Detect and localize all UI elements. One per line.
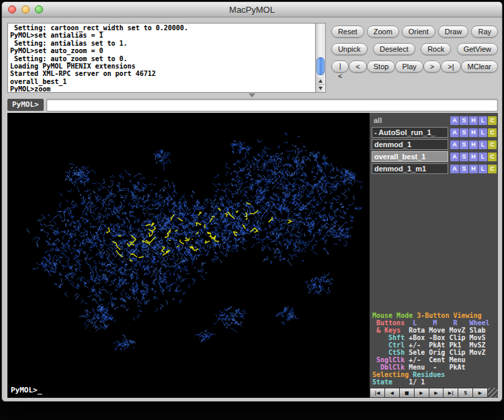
object-row: overall_best_1ASHLC [370, 151, 498, 163]
color-menu-button[interactable]: C [488, 140, 497, 149]
viewport-3d[interactable]: PyMOL>_ [7, 113, 370, 398]
object-name[interactable]: - AutoSol_run_1_ [372, 127, 448, 138]
movie-back-button[interactable]: ◀ [385, 388, 400, 398]
toolbar-button-go-to-end[interactable]: >| [441, 60, 460, 73]
electron-density-mesh [7, 113, 370, 398]
toolbar-button-stop[interactable]: Stop [367, 60, 396, 73]
show-menu-button[interactable]: S [460, 153, 468, 161]
console-scrollbar[interactable] [316, 23, 325, 93]
show-menu-button[interactable]: S [460, 116, 468, 125]
command-input[interactable] [46, 99, 498, 112]
object-name[interactable]: denmod_1_m1 [372, 163, 448, 174]
action-menu-button[interactable]: A [450, 116, 459, 125]
console-line: Setting: cartoon_rect_width set to 0.200… [10, 24, 315, 32]
movie-scene-button[interactable]: S [458, 388, 473, 398]
toolbar-button-reset[interactable]: Reset [331, 26, 364, 38]
window-title: MacPyMOL [2, 5, 502, 15]
show-menu-button[interactable]: S [460, 165, 468, 173]
movie-play-button[interactable]: ▶ [415, 388, 429, 398]
mouse-panel-text: +/- Cent Menu [409, 356, 465, 364]
mouse-panel-text: & Keys [372, 327, 409, 334]
toolbar-button-step-back[interactable]: < [349, 60, 366, 73]
action-menu-button[interactable]: A [450, 153, 459, 161]
toolbar-button-mclear[interactable]: MClear [461, 60, 498, 73]
show-menu-button[interactable]: S [460, 128, 468, 137]
mouse-panel-text: 3-Button Viewing [417, 312, 481, 319]
movie-end-button[interactable]: ▶| [444, 388, 458, 398]
action-menu-button[interactable]: A [450, 140, 459, 149]
mouse-panel-text: Sele Orig Clip MovZ [409, 349, 485, 356]
toolbar-row-2: UnpickDeselectRockGetView [331, 43, 498, 55]
mouse-panel-line[interactable]: State 1/ 1 [372, 378, 498, 386]
command-prompt-label: PyMOL> [7, 99, 44, 111]
label-menu-button[interactable]: L [478, 116, 487, 125]
movie-next-button[interactable]: ▶ [473, 388, 488, 398]
toolbar-button-unpick[interactable]: Unpick [331, 43, 368, 55]
object-name[interactable]: all [372, 116, 448, 125]
mouse-panel-text: Buttons [372, 319, 409, 327]
object-name[interactable]: denmod_1 [372, 139, 448, 150]
color-menu-button[interactable]: C [488, 165, 497, 173]
toolbar-button-step-forward[interactable]: > [423, 60, 441, 73]
toolbar-button-draw[interactable]: Draw [438, 26, 469, 38]
mouse-panel-text: Mouse Mode [372, 312, 417, 319]
movie-start-button[interactable]: |◀ [370, 388, 385, 398]
label-menu-button[interactable]: L [478, 140, 487, 149]
window-resize-grip[interactable] [488, 388, 498, 398]
hide-menu-button[interactable]: H [469, 153, 478, 161]
mouse-panel-line: Ctrl +/- PkAt Pk1 MvSZ [372, 341, 498, 349]
density-mesh-lines [36, 142, 362, 349]
action-menu-button[interactable]: A [450, 128, 459, 137]
toolbar-button-deselect[interactable]: Deselect [373, 43, 415, 55]
movie-forward-button[interactable]: ▶ [429, 388, 444, 398]
upper-pane: Setting: cartoon_rect_width set to 0.200… [2, 17, 502, 93]
toolbar-button-zoom[interactable]: Zoom [367, 26, 399, 38]
toolbar-button-go-to-start[interactable]: |< [331, 60, 349, 73]
object-row: - AutoSol_run_1_ASHLC [370, 126, 498, 138]
mouse-panel-text: Ctrl [372, 341, 409, 349]
mouse-panel-text: DblClk [372, 364, 409, 371]
toolbar-button-rock[interactable]: Rock [421, 43, 451, 55]
mouse-panel-text: Residues [413, 371, 445, 378]
up-arrow-icon [319, 79, 323, 83]
label-menu-button[interactable]: L [478, 128, 487, 137]
movie-stop-button[interactable]: ■ [400, 388, 415, 398]
console-output[interactable]: Setting: cartoon_rect_width set to 0.200… [7, 23, 316, 93]
mouse-panel-line[interactable]: Selecting Residues [372, 371, 498, 378]
toolbar-row-1: ResetZoomOrientDrawRay [331, 26, 498, 38]
pane-splitter-handle[interactable] [249, 93, 255, 97]
toolbar-button-ray[interactable]: Ray [471, 26, 498, 38]
title-bar[interactable]: MacPyMOL [2, 2, 502, 17]
object-name[interactable]: overall_best_1 [372, 151, 448, 162]
color-menu-button[interactable]: C [488, 128, 497, 137]
mouse-panel-text: L M R Wheel [409, 319, 489, 327]
mouse-panel-text: State [372, 378, 396, 386]
mouse-panel-line: CtSh Sele Orig Clip MovZ [372, 349, 498, 356]
scrollbar-thumb[interactable] [317, 57, 324, 75]
show-menu-button[interactable]: S [460, 140, 468, 149]
hide-menu-button[interactable]: H [469, 116, 478, 125]
mouse-panel-line[interactable]: Mouse Mode 3-Button Viewing [372, 312, 498, 319]
mouse-panel-line: Shft +Box -Box Clip MovS [372, 334, 498, 341]
action-menu-button[interactable]: A [450, 165, 459, 173]
label-menu-button[interactable]: L [478, 153, 487, 161]
console-line: PyMOL>zoom [10, 85, 315, 93]
toolbar-button-play[interactable]: Play [395, 60, 423, 73]
color-menu-button[interactable]: C [488, 116, 497, 125]
toolbar-button-orient[interactable]: Orient [402, 26, 435, 38]
scroll-down-button[interactable] [316, 84, 325, 92]
color-menu-button[interactable]: C [488, 153, 497, 161]
mouse-panel-text: 1/ 1 [396, 378, 425, 386]
mouse-panel-line: DblClk Menu - PkAt [372, 364, 498, 371]
object-row: denmod_1ASHLC [370, 138, 498, 151]
mouse-panel-text: CtSh [372, 349, 409, 356]
hide-menu-button[interactable]: H [469, 128, 478, 137]
hide-menu-button[interactable]: H [469, 140, 478, 149]
down-arrow-icon [319, 87, 323, 90]
toolbar-button-get-view[interactable]: GetView [457, 43, 498, 55]
model-sticks [107, 203, 292, 261]
object-list: allASHLC- AutoSol_run_1_ASHLCdenmod_1ASH… [370, 114, 498, 175]
hide-menu-button[interactable]: H [469, 165, 478, 173]
label-menu-button[interactable]: L [478, 165, 487, 173]
mouse-panel-text: Shft [372, 334, 409, 341]
